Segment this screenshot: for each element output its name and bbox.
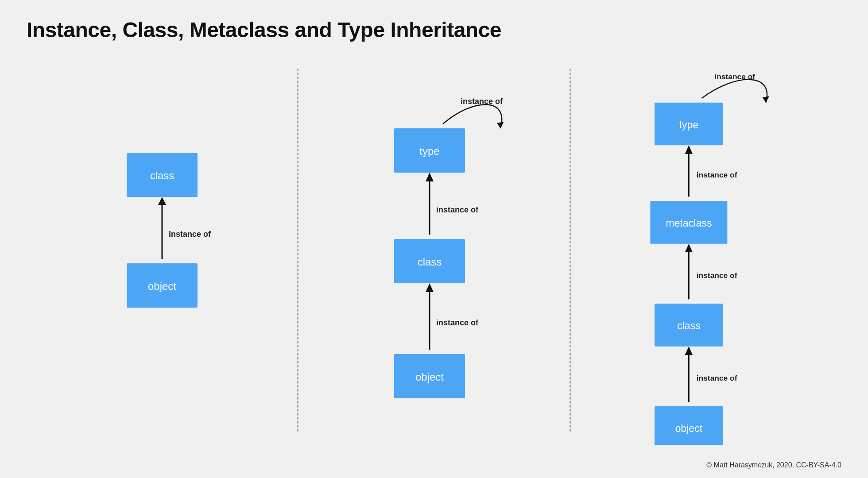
copyright: © Matt Harasymczuk, 2020, CC-BY-SA-4.0 <box>706 461 841 469</box>
svg-marker-17 <box>426 283 434 292</box>
svg-marker-3 <box>158 197 166 205</box>
svg-text:class: class <box>150 170 174 181</box>
svg-text:object: object <box>675 423 703 434</box>
svg-text:instance of: instance of <box>697 374 737 382</box>
diagram-3: instance of type instance of metaclass i… <box>571 60 841 445</box>
svg-marker-12 <box>426 173 434 181</box>
svg-text:metaclass: metaclass <box>666 217 712 229</box>
page-title: Instance, Class, Metaclass and Type Inhe… <box>27 18 841 42</box>
svg-text:instance of: instance of <box>169 230 211 239</box>
diagrams-container: class instance of object instance of <box>27 60 841 445</box>
diagram-1: class instance of object <box>27 60 297 445</box>
diagram-2: instance of type instance of class insta… <box>298 60 569 445</box>
svg-text:class: class <box>418 256 442 268</box>
svg-text:type: type <box>679 119 699 131</box>
svg-marker-26 <box>685 145 693 154</box>
svg-text:instance of: instance of <box>436 318 479 327</box>
svg-text:instance of: instance of <box>697 271 737 280</box>
svg-text:type: type <box>419 145 439 157</box>
svg-marker-36 <box>685 347 693 355</box>
diagram-2-svg: instance of type instance of class insta… <box>323 71 545 434</box>
svg-text:instance of: instance of <box>461 97 503 106</box>
svg-text:class: class <box>677 320 701 332</box>
svg-text:instance of: instance of <box>697 170 737 179</box>
svg-marker-31 <box>685 244 693 252</box>
svg-text:object: object <box>148 280 176 292</box>
svg-text:instance of: instance of <box>436 205 479 214</box>
svg-marker-7 <box>497 122 504 128</box>
svg-text:instance of: instance of <box>715 72 756 81</box>
diagram-3-svg: instance of type instance of metaclass i… <box>573 60 839 445</box>
svg-marker-21 <box>763 96 769 103</box>
diagram-1-svg: class instance of object <box>74 86 251 418</box>
page: Instance, Class, Metaclass and Type Inhe… <box>0 0 868 478</box>
svg-text:object: object <box>415 371 444 383</box>
